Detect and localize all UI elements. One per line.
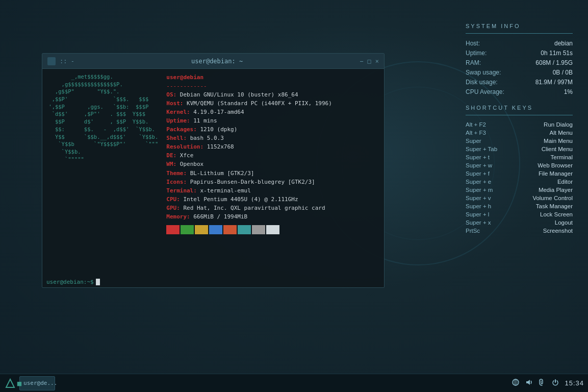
terminal-body: _,met$$$$$gg. ,g$$$$$$$$$$$$$$$P. ,g$$P"…	[42, 69, 384, 277]
minimize-button[interactable]: −	[360, 58, 363, 65]
swatch-6	[238, 225, 251, 234]
svg-marker-0	[6, 379, 14, 387]
close-button[interactable]: ×	[375, 58, 379, 65]
sysinfo-disk-val: 81.9M / 997M	[535, 79, 573, 86]
sc-super-t: Super + t Terminal	[466, 154, 573, 160]
neofetch-user-at-host: user@debian	[166, 74, 203, 81]
sysinfo-ram: RAM: 608M / 1.95G	[466, 59, 573, 66]
info-kernel: Kernel: 4.19.0-17-amd64	[166, 108, 379, 116]
neofetch-info: user@debian ------------ OS: Debian GNU/…	[161, 69, 384, 277]
swatch-4	[209, 225, 222, 234]
system-info-panel: SYSTEM INFO Host: debian Uptime: 0h 11m …	[466, 23, 573, 236]
taskbar: ■ user@de...	[0, 374, 588, 392]
info-gpu: GPU: Red Hat, Inc. QXL paravirtual graph…	[166, 204, 379, 212]
taskbar-left: ■ user@de...	[0, 376, 58, 390]
sc-super-l: Super + l Lock Screen	[466, 211, 573, 217]
info-shell: Shell: bash 5.0.3	[166, 134, 379, 142]
sc-super-w: Super + w Web Browser	[466, 162, 573, 168]
info-resolution: Resolution: 1152x768	[166, 142, 379, 151]
sc-alt-f3: Alt + F3 Alt Menu	[466, 130, 573, 136]
terminal-prompt: user@debian:~$	[42, 277, 384, 287]
screenshot-label: Screenshot	[543, 228, 573, 234]
titlebar-dots: :: -	[60, 58, 74, 65]
info-host: Host: KVM/QEMU (Standard PC (i440FX + PI…	[166, 99, 379, 108]
sysinfo-host: Host: debian	[466, 40, 573, 47]
info-icons: Icons: Papirus-Bunsen-Dark-bluegrey [GTK…	[166, 178, 379, 186]
sc-prtsc: PrtSc Screenshot	[466, 228, 573, 234]
terminal-app-icon	[47, 57, 56, 65]
power-icon[interactable]	[551, 378, 559, 388]
taskbar-time: 15:34	[565, 379, 584, 387]
sysinfo-ram-key: RAM:	[466, 59, 481, 66]
sysinfo-cpu-key: CPU Average:	[466, 88, 504, 95]
info-uptime: Uptime: 11 mins	[166, 116, 379, 125]
sysinfo-uptime-key: Uptime:	[466, 50, 487, 57]
sysinfo-cpu-val: 1%	[564, 88, 573, 95]
sc-super-m: Super + m Media Player	[466, 187, 573, 193]
sysinfo-swap: Swap usage: 0B / 0B	[466, 69, 573, 76]
sc-super: Super Main Menu	[466, 138, 573, 144]
color-swatches	[166, 225, 379, 234]
sysinfo-host-val: debian	[554, 40, 573, 47]
network-icon[interactable]	[512, 378, 520, 388]
sysinfo-uptime-val: 0h 11m 51s	[541, 50, 573, 57]
info-packages: Packages: 1210 (dpkg)	[166, 125, 379, 134]
sysinfo-ram-val: 608M / 1.95G	[535, 59, 573, 66]
sysinfo-host-key: Host:	[466, 40, 480, 47]
sysinfo-swap-val: 0B / 0B	[553, 69, 573, 76]
sysinfo-swap-key: Swap usage:	[466, 69, 501, 76]
svg-marker-4	[526, 380, 530, 385]
taskbar-terminal-label: user@de...	[23, 380, 57, 386]
terminal-titlebar: :: - user@debian: ~ − □ ×	[42, 54, 384, 69]
logo-icon	[5, 378, 15, 388]
neofetch-prompt-line: user@debian	[166, 73, 379, 82]
swatch-5	[223, 225, 237, 234]
prompt-user-text: user@debian:~$	[46, 279, 94, 285]
sysinfo-cpu: CPU Average: 1%	[466, 88, 573, 95]
shortcut-keys-title: SHORTCUT KEYS	[466, 105, 573, 111]
info-de: DE: Xfce	[166, 151, 379, 160]
sc-alt-f2: Alt + F2 Run Dialog	[466, 121, 573, 128]
sc-super-v: Super + v Volume Control	[466, 195, 573, 201]
info-terminal: Terminal: x-terminal-emul	[166, 186, 379, 195]
terminal-controls: − □ ×	[360, 58, 379, 65]
sc-super-tab: Super + Tab Client Menu	[466, 146, 573, 152]
attach-icon[interactable]	[538, 378, 546, 388]
swatch-2	[181, 225, 194, 234]
system-info-divider	[466, 33, 573, 34]
taskbar-right: 15:34	[507, 378, 588, 388]
ascii-art: _,met$$$$$gg. ,g$$$$$$$$$$$$$$$P. ,g$$P"…	[42, 69, 161, 277]
separator-line: ------------	[166, 82, 379, 90]
terminal-title: user@debian: ~	[74, 58, 360, 65]
taskbar-logo[interactable]	[3, 376, 17, 390]
shortcut-keys-divider	[466, 115, 573, 115]
system-info-title: SYSTEM INFO	[466, 23, 573, 29]
terminal-window: :: - user@debian: ~ − □ × _,met$$$$$gg. …	[42, 53, 385, 288]
swatch-8	[266, 225, 279, 234]
cursor	[96, 279, 100, 285]
swatch-1	[166, 225, 180, 234]
sc-super-x: Super + x Logout	[466, 219, 573, 226]
sysinfo-disk: Disk usage: 81.9M / 997M	[466, 79, 573, 86]
sc-super-f: Super + f File Manager	[466, 170, 573, 177]
taskbar-terminal-button[interactable]: ■ user@de...	[19, 376, 55, 390]
maximize-button[interactable]: □	[368, 58, 371, 65]
lock-screen-label: Lock Screen	[540, 211, 573, 217]
terminal-btn-icon: ■	[17, 379, 21, 387]
swatch-7	[252, 225, 265, 234]
titlebar-left: :: -	[47, 57, 74, 65]
info-wm: WM: Openbox	[166, 160, 379, 168]
swatch-3	[195, 225, 208, 234]
info-os: OS: Debian GNU/Linux 10 (buster) x86_64	[166, 90, 379, 99]
sc-super-e: Super + e Editor	[466, 179, 573, 185]
sc-super-h: Super + h Task Manager	[466, 203, 573, 209]
info-theme: Theme: BL-Lithium [GTK2/3]	[166, 169, 379, 178]
info-memory: Memory: 666MiB / 1994MiB	[166, 212, 379, 221]
sysinfo-uptime: Uptime: 0h 11m 51s	[466, 50, 573, 57]
volume-icon[interactable]	[525, 378, 533, 388]
sysinfo-disk-key: Disk usage:	[466, 79, 498, 86]
info-cpu: CPU: Intel Pentium 4405U (4) @ 2.111GHz	[166, 195, 379, 204]
